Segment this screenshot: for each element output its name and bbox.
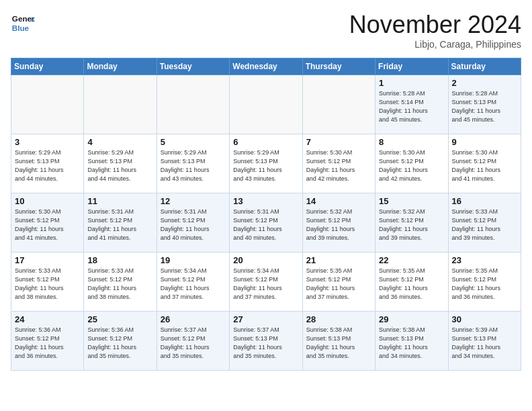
- day-number: 23: [452, 255, 517, 265]
- day-info: Sunrise: 5:30 AM Sunset: 5:12 PM Dayligh…: [306, 148, 371, 183]
- calendar-cell: 4Sunrise: 5:29 AM Sunset: 5:13 PM Daylig…: [84, 134, 157, 193]
- day-info: Sunrise: 5:36 AM Sunset: 5:12 PM Dayligh…: [87, 326, 152, 361]
- day-number: 12: [161, 196, 226, 206]
- day-info: Sunrise: 5:33 AM Sunset: 5:12 PM Dayligh…: [452, 208, 517, 242]
- calendar-cell: 1Sunrise: 5:28 AM Sunset: 5:14 PM Daylig…: [375, 75, 448, 134]
- calendar-week-row: 10Sunrise: 5:30 AM Sunset: 5:12 PM Dayli…: [11, 193, 521, 253]
- calendar-cell: 15Sunrise: 5:32 AM Sunset: 5:12 PM Dayli…: [375, 193, 448, 253]
- calendar-cell: 23Sunrise: 5:35 AM Sunset: 5:12 PM Dayli…: [448, 253, 521, 312]
- calendar-cell: 10Sunrise: 5:30 AM Sunset: 5:12 PM Dayli…: [11, 193, 84, 253]
- weekday-header: Thursday: [302, 58, 375, 75]
- calendar-week-row: 17Sunrise: 5:33 AM Sunset: 5:12 PM Dayli…: [11, 253, 521, 312]
- day-number: 17: [15, 255, 80, 265]
- calendar-cell: 7Sunrise: 5:30 AM Sunset: 5:12 PM Daylig…: [302, 134, 375, 193]
- month-title: November 2024: [349, 11, 521, 39]
- day-info: Sunrise: 5:33 AM Sunset: 5:12 PM Dayligh…: [15, 267, 80, 302]
- day-info: Sunrise: 5:31 AM Sunset: 5:12 PM Dayligh…: [233, 208, 298, 242]
- calendar-cell: [230, 75, 302, 134]
- day-info: Sunrise: 5:29 AM Sunset: 5:13 PM Dayligh…: [87, 148, 152, 183]
- calendar-cell: 29Sunrise: 5:38 AM Sunset: 5:13 PM Dayli…: [375, 312, 448, 371]
- day-number: 1: [379, 78, 444, 88]
- day-number: 28: [306, 314, 371, 324]
- day-number: 13: [233, 196, 298, 206]
- location: Libjo, Caraga, Philippines: [349, 39, 521, 50]
- day-number: 10: [15, 196, 80, 206]
- calendar-cell: 13Sunrise: 5:31 AM Sunset: 5:12 PM Dayli…: [230, 193, 302, 253]
- day-number: 11: [87, 196, 152, 206]
- calendar-cell: 8Sunrise: 5:30 AM Sunset: 5:12 PM Daylig…: [375, 134, 448, 193]
- day-info: Sunrise: 5:30 AM Sunset: 5:12 PM Dayligh…: [452, 148, 517, 183]
- day-number: 16: [452, 196, 517, 206]
- day-number: 4: [87, 137, 152, 147]
- day-info: Sunrise: 5:35 AM Sunset: 5:12 PM Dayligh…: [306, 267, 371, 302]
- day-number: 21: [306, 255, 371, 265]
- day-info: Sunrise: 5:31 AM Sunset: 5:12 PM Dayligh…: [87, 208, 152, 242]
- calendar-cell: 19Sunrise: 5:34 AM Sunset: 5:12 PM Dayli…: [157, 253, 229, 312]
- day-number: 8: [379, 137, 444, 147]
- day-number: 26: [161, 314, 226, 324]
- day-number: 18: [87, 255, 152, 265]
- logo-icon: General Blue: [11, 11, 35, 35]
- calendar-cell: 12Sunrise: 5:31 AM Sunset: 5:12 PM Dayli…: [157, 193, 229, 253]
- calendar-cell: 26Sunrise: 5:37 AM Sunset: 5:12 PM Dayli…: [157, 312, 229, 371]
- calendar-cell: 30Sunrise: 5:39 AM Sunset: 5:13 PM Dayli…: [448, 312, 521, 371]
- calendar-cell: 20Sunrise: 5:34 AM Sunset: 5:12 PM Dayli…: [230, 253, 302, 312]
- day-info: Sunrise: 5:28 AM Sunset: 5:14 PM Dayligh…: [379, 89, 444, 124]
- day-info: Sunrise: 5:32 AM Sunset: 5:12 PM Dayligh…: [379, 208, 444, 242]
- calendar-cell: 18Sunrise: 5:33 AM Sunset: 5:12 PM Dayli…: [84, 253, 157, 312]
- day-number: 27: [233, 314, 298, 324]
- calendar-cell: 16Sunrise: 5:33 AM Sunset: 5:12 PM Dayli…: [448, 193, 521, 253]
- day-info: Sunrise: 5:34 AM Sunset: 5:12 PM Dayligh…: [161, 267, 226, 302]
- calendar-cell: 3Sunrise: 5:29 AM Sunset: 5:13 PM Daylig…: [11, 134, 84, 193]
- calendar-week-row: 3Sunrise: 5:29 AM Sunset: 5:13 PM Daylig…: [11, 134, 521, 193]
- day-info: Sunrise: 5:30 AM Sunset: 5:12 PM Dayligh…: [379, 148, 444, 183]
- day-number: 7: [306, 137, 371, 147]
- day-number: 20: [233, 255, 298, 265]
- day-number: 2: [452, 78, 517, 88]
- weekday-header: Monday: [84, 58, 157, 75]
- calendar-cell: 24Sunrise: 5:36 AM Sunset: 5:12 PM Dayli…: [11, 312, 84, 371]
- svg-text:Blue: Blue: [12, 24, 30, 32]
- day-number: 22: [379, 255, 444, 265]
- day-info: Sunrise: 5:39 AM Sunset: 5:13 PM Dayligh…: [452, 326, 517, 361]
- day-number: 24: [15, 314, 80, 324]
- day-info: Sunrise: 5:29 AM Sunset: 5:13 PM Dayligh…: [233, 148, 298, 183]
- calendar-cell: 11Sunrise: 5:31 AM Sunset: 5:12 PM Dayli…: [84, 193, 157, 253]
- calendar-cell: 25Sunrise: 5:36 AM Sunset: 5:12 PM Dayli…: [84, 312, 157, 371]
- calendar-cell: 9Sunrise: 5:30 AM Sunset: 5:12 PM Daylig…: [448, 134, 521, 193]
- weekday-header: Saturday: [448, 58, 521, 75]
- day-info: Sunrise: 5:32 AM Sunset: 5:12 PM Dayligh…: [306, 208, 371, 242]
- calendar-table: SundayMondayTuesdayWednesdayThursdayFrid…: [11, 58, 521, 371]
- calendar-cell: 2Sunrise: 5:28 AM Sunset: 5:13 PM Daylig…: [448, 75, 521, 134]
- weekday-header: Friday: [375, 58, 448, 75]
- calendar-cell: [84, 75, 157, 134]
- day-info: Sunrise: 5:30 AM Sunset: 5:12 PM Dayligh…: [15, 208, 80, 242]
- day-number: 19: [161, 255, 226, 265]
- day-info: Sunrise: 5:35 AM Sunset: 5:12 PM Dayligh…: [379, 267, 444, 302]
- calendar-cell: 22Sunrise: 5:35 AM Sunset: 5:12 PM Dayli…: [375, 253, 448, 312]
- day-info: Sunrise: 5:34 AM Sunset: 5:12 PM Dayligh…: [233, 267, 298, 302]
- calendar-cell: 27Sunrise: 5:37 AM Sunset: 5:13 PM Dayli…: [230, 312, 302, 371]
- calendar-cell: 14Sunrise: 5:32 AM Sunset: 5:12 PM Dayli…: [302, 193, 375, 253]
- day-info: Sunrise: 5:36 AM Sunset: 5:12 PM Dayligh…: [15, 326, 80, 361]
- weekday-header: Wednesday: [230, 58, 302, 75]
- day-info: Sunrise: 5:35 AM Sunset: 5:12 PM Dayligh…: [452, 267, 517, 302]
- title-block: November 2024 Libjo, Caraga, Philippines: [349, 11, 521, 50]
- calendar-week-row: 24Sunrise: 5:36 AM Sunset: 5:12 PM Dayli…: [11, 312, 521, 371]
- calendar-cell: 5Sunrise: 5:29 AM Sunset: 5:13 PM Daylig…: [157, 134, 229, 193]
- day-info: Sunrise: 5:28 AM Sunset: 5:13 PM Dayligh…: [452, 89, 517, 124]
- calendar-cell: 17Sunrise: 5:33 AM Sunset: 5:12 PM Dayli…: [11, 253, 84, 312]
- calendar-week-row: 1Sunrise: 5:28 AM Sunset: 5:14 PM Daylig…: [11, 75, 521, 134]
- day-info: Sunrise: 5:31 AM Sunset: 5:12 PM Dayligh…: [161, 208, 226, 242]
- day-info: Sunrise: 5:33 AM Sunset: 5:12 PM Dayligh…: [87, 267, 152, 302]
- day-number: 29: [379, 314, 444, 324]
- day-number: 25: [87, 314, 152, 324]
- day-number: 15: [379, 196, 444, 206]
- day-info: Sunrise: 5:29 AM Sunset: 5:13 PM Dayligh…: [15, 148, 80, 183]
- day-number: 30: [452, 314, 517, 324]
- calendar-cell: [157, 75, 229, 134]
- day-number: 6: [233, 137, 298, 147]
- calendar-cell: 21Sunrise: 5:35 AM Sunset: 5:12 PM Dayli…: [302, 253, 375, 312]
- day-info: Sunrise: 5:38 AM Sunset: 5:13 PM Dayligh…: [306, 326, 371, 361]
- weekday-header-row: SundayMondayTuesdayWednesdayThursdayFrid…: [11, 58, 521, 75]
